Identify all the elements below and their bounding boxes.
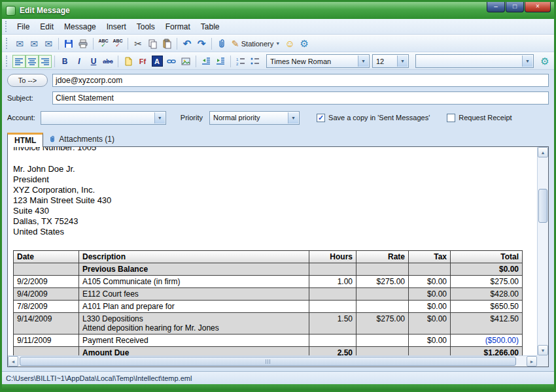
cell bbox=[356, 347, 409, 356]
insert-image-icon[interactable] bbox=[179, 54, 193, 69]
menu-insert[interactable]: Insert bbox=[101, 20, 131, 33]
menu-file[interactable]: File bbox=[12, 20, 35, 33]
scroll-up-button[interactable]: ▲ bbox=[538, 147, 548, 157]
cell bbox=[409, 347, 451, 356]
request-receipt-checkbox[interactable] bbox=[447, 114, 455, 122]
cell: Amount Due bbox=[79, 347, 309, 356]
toolbar-grip[interactable] bbox=[6, 56, 9, 67]
save-copy-checkbox[interactable]: ✓ bbox=[317, 114, 325, 122]
maximize-button[interactable]: □ bbox=[506, 2, 524, 12]
cell bbox=[309, 335, 356, 347]
cell: $650.50 bbox=[451, 301, 523, 313]
autocorrect-icon[interactable]: ABC ✓ bbox=[111, 37, 125, 51]
vertical-scrollbar[interactable]: ▲ ▼ bbox=[537, 147, 548, 355]
indent-icon[interactable] bbox=[213, 54, 228, 69]
scroll-right-button[interactable]: ► bbox=[527, 356, 537, 367]
send-message-icon[interactable]: ✉ bbox=[12, 37, 27, 51]
account-dropdown-button[interactable]: ▼ bbox=[154, 112, 165, 123]
attach-icon[interactable] bbox=[215, 37, 229, 51]
print-icon[interactable] bbox=[76, 37, 90, 51]
menu-edit[interactable]: Edit bbox=[35, 20, 59, 33]
font-size-value: 12 bbox=[376, 57, 384, 65]
to-input[interactable] bbox=[52, 74, 549, 87]
close-button[interactable]: × bbox=[525, 2, 551, 12]
priority-select[interactable]: Normal priority ▼ bbox=[209, 111, 300, 125]
font-size-select[interactable]: 12 ▼ bbox=[372, 54, 409, 68]
tab-attachments[interactable]: Attachments (1) bbox=[43, 133, 120, 146]
underline-icon[interactable]: U bbox=[86, 54, 101, 69]
table-row: 9/11/2009 Payment Received $0.00 ($500.0… bbox=[14, 335, 523, 347]
message-body[interactable]: Invoice Number: 1005 Mr. John Doe Jr. Pr… bbox=[8, 147, 537, 355]
menubar-grip[interactable] bbox=[5, 21, 9, 32]
hyperlink-icon[interactable] bbox=[164, 54, 179, 69]
col-hours: Hours bbox=[309, 251, 356, 263]
toolbar-separator bbox=[58, 38, 59, 50]
scroll-left-button[interactable]: ◄ bbox=[8, 356, 18, 367]
menu-tools[interactable]: Tools bbox=[131, 20, 160, 33]
style-select[interactable]: ▼ bbox=[415, 54, 534, 68]
cell: $428.00 bbox=[451, 288, 523, 301]
align-left-icon[interactable] bbox=[12, 55, 26, 68]
scroll-down-button[interactable]: ▼ bbox=[538, 345, 548, 355]
toolbar-separator bbox=[118, 56, 118, 67]
cell: E112 Court fees bbox=[79, 288, 309, 301]
subject-input[interactable] bbox=[52, 91, 549, 105]
font-name-select[interactable]: Times New Roman ▼ bbox=[266, 54, 370, 68]
send-later-icon[interactable]: ✉ bbox=[27, 37, 41, 51]
font-color-letter: A bbox=[152, 56, 163, 67]
cell: A101 Plan and prepare for bbox=[79, 301, 309, 313]
style-dropdown-button[interactable]: ▼ bbox=[522, 56, 532, 67]
strikethrough-icon[interactable]: abc bbox=[101, 54, 115, 69]
outdent-icon[interactable] bbox=[199, 54, 213, 69]
to-button[interactable]: To --> bbox=[7, 74, 48, 87]
horizontal-scroll-thumb[interactable] bbox=[20, 357, 516, 366]
bold-icon[interactable]: B bbox=[58, 54, 72, 69]
save-icon[interactable] bbox=[61, 37, 76, 51]
menu-message[interactable]: Message bbox=[59, 20, 101, 33]
menu-table[interactable]: Table bbox=[196, 20, 225, 33]
paste-icon[interactable] bbox=[160, 37, 174, 51]
toolbar-grip[interactable] bbox=[6, 38, 9, 49]
redo-icon[interactable]: ↷ bbox=[194, 37, 209, 51]
numbered-list-icon[interactable]: 12 bbox=[234, 54, 248, 69]
stationery-button[interactable]: ✎ Stationery ▼ bbox=[229, 39, 283, 49]
copy-icon[interactable] bbox=[145, 37, 160, 51]
col-rate: Rate bbox=[356, 251, 409, 263]
font-color-icon[interactable]: A bbox=[150, 54, 164, 69]
cell: ($500.00) bbox=[451, 335, 523, 347]
priority-dropdown-button[interactable]: ▼ bbox=[288, 112, 298, 123]
stationery-label: Stationery bbox=[241, 40, 274, 48]
align-center-icon[interactable] bbox=[26, 55, 39, 68]
note-icon[interactable] bbox=[121, 54, 135, 69]
cell: L330 Depositions Attend deposition heari… bbox=[79, 313, 309, 335]
bullet-list-icon[interactable] bbox=[248, 54, 262, 69]
app-icon bbox=[6, 6, 16, 16]
font-effects-icon[interactable]: Ff bbox=[135, 54, 150, 69]
font-size-dropdown-button[interactable]: ▼ bbox=[397, 56, 408, 67]
minimize-button[interactable]: – bbox=[487, 2, 505, 12]
format-settings-icon[interactable]: ⚙ bbox=[538, 54, 552, 69]
menu-format[interactable]: Format bbox=[160, 20, 196, 33]
cut-icon[interactable]: ✂ bbox=[131, 37, 145, 51]
align-right-icon[interactable] bbox=[39, 55, 52, 68]
cell: $0.00 bbox=[409, 301, 451, 313]
send-receive-icon[interactable]: ✉ bbox=[41, 37, 56, 51]
scrollbar-corner bbox=[537, 355, 548, 367]
horizontal-scrollbar[interactable]: ◄ ► bbox=[8, 355, 537, 367]
window-controls: – □ × bbox=[487, 2, 551, 12]
priority-label: Priority bbox=[181, 114, 203, 122]
save-copy-label: Save a copy in 'Sent Messages' bbox=[328, 114, 430, 122]
spellcheck-icon[interactable]: ABC ✓ bbox=[96, 37, 111, 51]
tab-html[interactable]: HTML bbox=[7, 133, 43, 147]
emoticon-icon[interactable]: ☺ bbox=[283, 37, 297, 51]
italic-icon[interactable]: I bbox=[72, 54, 86, 69]
address-block: Mr. John Doe Jr. President XYZ Corporati… bbox=[13, 164, 537, 237]
undo-icon[interactable]: ↶ bbox=[180, 37, 194, 51]
vertical-scroll-thumb[interactable] bbox=[538, 189, 547, 223]
chevron-down-icon: ▼ bbox=[525, 59, 530, 63]
settings-icon[interactable]: ⚙ bbox=[297, 37, 311, 51]
font-name-dropdown-button[interactable]: ▼ bbox=[358, 56, 368, 67]
toolbar-separator bbox=[196, 56, 196, 67]
toolbar-separator bbox=[128, 38, 128, 50]
account-select[interactable]: ▼ bbox=[41, 111, 166, 125]
